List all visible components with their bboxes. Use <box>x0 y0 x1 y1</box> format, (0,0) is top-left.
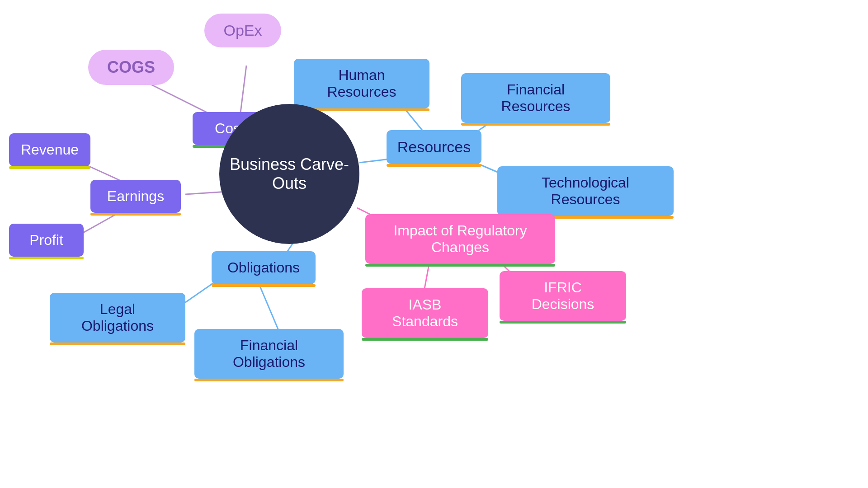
legal-obligations-label: Legal Obligations <box>62 301 173 334</box>
node-ifric[interactable]: IFRIC Decisions <box>500 271 626 324</box>
center-node: Business Carve-Outs <box>219 104 359 244</box>
iasb-underline <box>362 338 488 341</box>
resources-label: Resources <box>397 138 471 156</box>
obligations-underline <box>212 284 316 287</box>
financial-obligations-underline <box>194 379 344 381</box>
node-earnings[interactable]: Earnings <box>90 180 181 216</box>
center-label: Business Carve-Outs <box>219 155 359 193</box>
resources-underline <box>387 164 481 167</box>
node-technological-resources[interactable]: Technological Resources <box>497 166 674 219</box>
node-opex[interactable]: OpEx <box>204 14 281 47</box>
legal-obligations-underline <box>50 343 185 345</box>
regulatory-label: Impact of Regulatory Changes <box>378 222 542 256</box>
node-financial-resources[interactable]: Financial Resources <box>461 73 610 126</box>
ifric-label: IFRIC Decisions <box>512 279 613 313</box>
technological-resources-label: Technological Resources <box>510 174 661 208</box>
cogs-label: COGS <box>107 58 155 77</box>
earnings-underline <box>90 213 181 216</box>
node-resources[interactable]: Resources <box>387 130 481 167</box>
node-profit[interactable]: Profit <box>9 224 84 259</box>
node-financial-obligations[interactable]: Financial Obligations <box>194 329 344 381</box>
financial-obligations-label: Financial Obligations <box>207 337 331 371</box>
opex-label: OpEx <box>223 22 262 39</box>
regulatory-underline <box>365 264 555 267</box>
node-iasb[interactable]: IASB Standards <box>362 288 488 341</box>
revenue-label: Revenue <box>21 141 79 158</box>
profit-label: Profit <box>29 232 63 249</box>
node-regulatory[interactable]: Impact of Regulatory Changes <box>365 214 555 267</box>
node-revenue[interactable]: Revenue <box>9 133 90 169</box>
node-obligations[interactable]: Obligations <box>212 251 316 287</box>
revenue-underline <box>9 166 90 169</box>
human-resources-label: Human Resources <box>307 67 417 100</box>
financial-resources-underline <box>461 123 610 126</box>
node-legal-obligations[interactable]: Legal Obligations <box>50 293 185 345</box>
profit-underline <box>9 257 84 259</box>
financial-resources-label: Financial Resources <box>474 81 598 115</box>
svg-line-2 <box>240 66 246 120</box>
obligations-label: Obligations <box>227 259 300 276</box>
node-human-resources[interactable]: Human Resources <box>294 59 429 111</box>
earnings-label: Earnings <box>107 188 164 205</box>
ifric-underline <box>500 321 626 324</box>
iasb-label: IASB Standards <box>374 296 476 330</box>
node-cogs[interactable]: COGS <box>88 50 174 85</box>
